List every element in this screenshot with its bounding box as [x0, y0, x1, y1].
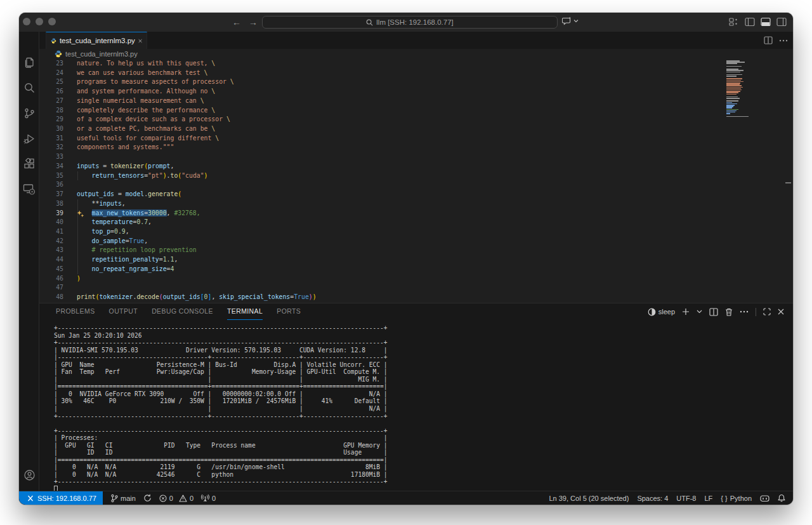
terminal-dropdown-icon[interactable] — [697, 310, 702, 314]
sidebar-item-remote-explorer[interactable] — [19, 181, 39, 197]
panel-tab-terminal[interactable]: TERMINAL — [227, 303, 263, 320]
tab-test-cuda-internlm3[interactable]: test_cuda_internlm3.py — [46, 32, 147, 49]
code-token: to — [170, 172, 178, 179]
toggle-secondary-sidebar-icon[interactable] — [776, 17, 787, 27]
line-number[interactable]: 39 — [39, 209, 63, 218]
ports-indicator[interactable]: 0 — [201, 494, 216, 502]
problems-indicator[interactable]: 0 0 — [159, 495, 193, 502]
command-center-search[interactable]: llm [SSH: 192.168.0.77] — [262, 16, 558, 29]
panel-tab-problems[interactable]: PROBLEMS — [56, 303, 95, 320]
code-token: skip_special_tokens — [219, 293, 290, 300]
line-number[interactable]: 23 — [39, 59, 63, 69]
line-number[interactable]: 41 — [39, 227, 63, 237]
line-number[interactable]: 37 — [39, 190, 63, 199]
line-number[interactable]: 46 — [39, 274, 63, 284]
panel-tab-debug-console[interactable]: DEBUG CONSOLE — [152, 303, 213, 320]
copilot-menu-button[interactable] — [562, 17, 579, 25]
breadcrumb-item[interactable]: test_cuda_internlm3.py — [65, 50, 138, 58]
panel-tab-ports[interactable]: PORTS — [277, 303, 301, 320]
close-window-button[interactable] — [23, 18, 30, 25]
code-text: we can use various benchmark test \ — [77, 69, 207, 78]
code-token: 4 — [170, 265, 174, 272]
line-number[interactable]: 27 — [39, 96, 63, 106]
code-text: of a complex device such as a processor … — [77, 115, 230, 124]
line-number[interactable]: 28 — [39, 106, 63, 116]
line-number[interactable]: 24 — [39, 69, 63, 78]
go-back-button[interactable]: ← — [232, 17, 241, 27]
code-token: of a complex device such as a processor — [77, 116, 226, 123]
terminal-profile[interactable]: sleep — [648, 308, 675, 316]
sidebar-item-search[interactable] — [19, 79, 39, 96]
sidebar-item-run-and-debug[interactable] — [19, 130, 39, 147]
split-editor-icon[interactable] — [764, 36, 773, 44]
sidebar-item-source-control[interactable] — [19, 105, 39, 121]
line-number[interactable]: 40 — [39, 218, 63, 227]
split-terminal-icon[interactable] — [709, 308, 718, 316]
editor-content[interactable]: 23nature. To help us with this quest, \2… — [39, 59, 793, 302]
line-number[interactable]: 47 — [39, 283, 63, 293]
line-number[interactable]: 34 — [39, 162, 63, 171]
minimap[interactable] — [726, 59, 766, 119]
code-text: temperature=0.7, — [77, 218, 152, 227]
kill-terminal-icon[interactable] — [725, 308, 733, 316]
code-line: 28completely describe the performance \ — [39, 106, 793, 116]
breadcrumb[interactable]: test_cuda_internlm3.py — [39, 49, 793, 59]
accounts-button[interactable] — [19, 467, 39, 483]
copilot-status-icon[interactable] — [760, 495, 769, 502]
code-token: \ — [211, 107, 215, 114]
remote-indicator[interactable]: SSH: 192.168.0.77 — [19, 491, 103, 505]
minimize-window-button[interactable] — [36, 18, 43, 25]
code-token: , — [211, 293, 219, 300]
terminal-view[interactable]: +---------------------------------------… — [54, 324, 787, 491]
code-line: 38 **inputs, — [39, 199, 793, 209]
close-tab-icon[interactable] — [138, 38, 142, 44]
notifications-bell-icon[interactable] — [778, 494, 785, 502]
indentation-indicator[interactable]: Spaces: 4 — [637, 495, 668, 502]
close-panel-icon[interactable] — [778, 309, 784, 315]
code-text: or a complete PC, benchmarks can be \ — [77, 124, 215, 134]
toggle-panel-icon[interactable] — [761, 17, 771, 27]
line-number[interactable]: 36 — [39, 180, 63, 190]
line-number[interactable]: 45 — [39, 265, 63, 274]
eol-indicator[interactable]: LF — [705, 495, 713, 502]
line-number[interactable]: 30 — [39, 124, 63, 134]
panel-tab-output[interactable]: OUTPUT — [109, 303, 138, 320]
sidebar-item-extensions[interactable] — [19, 156, 39, 172]
language-indicator[interactable]: { } Python — [721, 495, 752, 502]
go-forward-button[interactable]: → — [249, 17, 258, 27]
code-line: 39 max_new_tokens=30000, #32768, — [39, 209, 793, 218]
code-text: useful tools for comparing different \ — [77, 134, 219, 143]
code-token — [77, 209, 92, 216]
code-text: # repetition loop prevention — [77, 246, 197, 255]
panel-more-actions-icon[interactable] — [740, 310, 749, 313]
line-number[interactable]: 35 — [39, 171, 63, 181]
encoding-indicator[interactable]: UTF-8 — [676, 495, 696, 502]
code-token: top_p — [92, 228, 111, 235]
line-number[interactable]: 26 — [39, 87, 63, 96]
line-number[interactable]: 32 — [39, 143, 63, 152]
code-token — [77, 218, 92, 225]
code-token: model — [126, 190, 145, 197]
braces-icon: { } — [721, 495, 727, 502]
line-number[interactable]: 48 — [39, 293, 63, 302]
toggle-primary-sidebar-icon[interactable] — [745, 17, 755, 27]
cursor-position-indicator[interactable]: Ln 39, Col 5 (20 selected) — [549, 495, 629, 502]
line-number[interactable]: 44 — [39, 255, 63, 265]
customize-layout-icon[interactable] — [729, 17, 739, 27]
maximize-panel-icon[interactable] — [763, 308, 771, 316]
line-number[interactable]: 38 — [39, 199, 63, 209]
code-editor[interactable]: 23nature. To help us with this quest, \2… — [39, 59, 793, 303]
line-number[interactable]: 31 — [39, 134, 63, 143]
branch-indicator[interactable]: main — [110, 494, 136, 503]
line-number[interactable]: 25 — [39, 77, 63, 87]
line-number[interactable]: 29 — [39, 115, 63, 124]
sync-changes-button[interactable] — [143, 494, 152, 502]
line-number[interactable]: 33 — [39, 152, 63, 162]
sidebar-item-explorer[interactable] — [19, 54, 39, 70]
zoom-window-button[interactable] — [48, 18, 56, 25]
more-actions-icon[interactable] — [779, 39, 788, 42]
line-number[interactable]: 42 — [39, 237, 63, 246]
line-number[interactable]: 43 — [39, 246, 63, 255]
code-token: \ — [215, 135, 219, 142]
new-terminal-icon[interactable] — [682, 308, 690, 316]
